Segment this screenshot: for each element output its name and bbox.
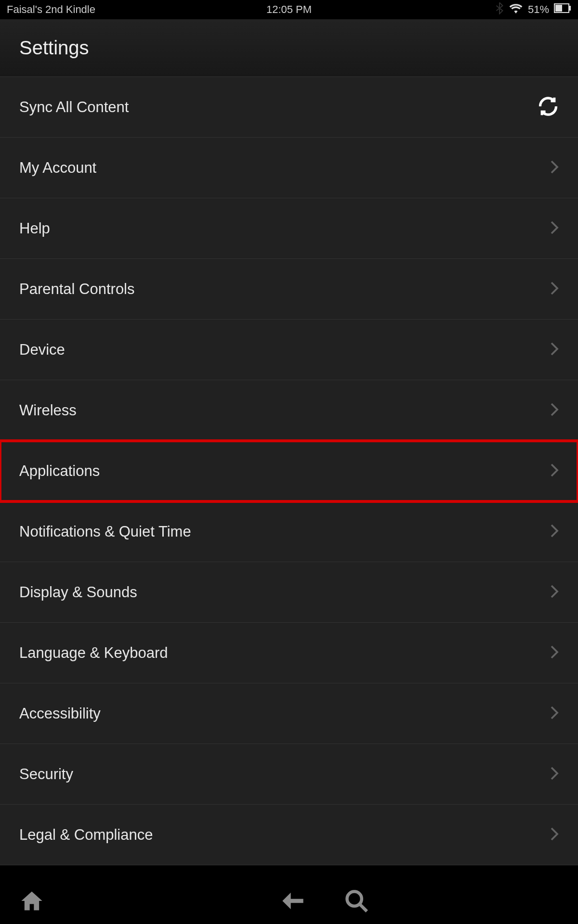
chevron-right-icon [550, 524, 559, 540]
chevron-right-icon [550, 402, 559, 419]
settings-item-label: Notifications & Quiet Time [19, 523, 191, 540]
settings-item-label: Help [19, 220, 50, 237]
chevron-right-icon [550, 827, 559, 843]
status-bar: Faisal's 2nd Kindle 12:05 PM 51% [0, 0, 578, 19]
settings-header: Settings [0, 19, 578, 77]
settings-item-label: Applications [19, 462, 100, 480]
settings-item-sync-all-content[interactable]: Sync All Content [0, 77, 578, 138]
settings-item-label: Security [19, 766, 73, 783]
settings-item-label: Wireless [19, 402, 77, 419]
search-button[interactable] [344, 888, 369, 915]
back-button[interactable] [280, 888, 305, 915]
settings-item-display-sounds[interactable]: Display & Sounds [0, 562, 578, 623]
settings-item-label: My Account [19, 159, 96, 177]
settings-item-label: Sync All Content [19, 99, 129, 116]
settings-item-my-account[interactable]: My Account [0, 138, 578, 198]
settings-item-label: Legal & Compliance [19, 826, 153, 844]
settings-item-language-keyboard[interactable]: Language & Keyboard [0, 623, 578, 683]
chevron-right-icon [550, 584, 559, 601]
settings-item-wireless[interactable]: Wireless [0, 380, 578, 441]
settings-item-label: Parental Controls [19, 281, 135, 298]
battery-icon [554, 3, 571, 16]
chevron-right-icon [550, 160, 559, 176]
chevron-right-icon [550, 766, 559, 783]
chevron-right-icon [550, 645, 559, 661]
svg-line-4 [360, 904, 367, 911]
settings-item-label: Device [19, 341, 65, 359]
clock-time: 12:05 PM [195, 3, 383, 16]
chevron-right-icon [550, 342, 559, 358]
settings-item-applications[interactable]: Applications [0, 441, 578, 501]
battery-percent: 51% [528, 3, 549, 16]
settings-item-help[interactable]: Help [0, 198, 578, 259]
sync-icon [538, 96, 559, 119]
device-name: Faisal's 2nd Kindle [7, 3, 195, 16]
settings-item-device[interactable]: Device [0, 320, 578, 380]
settings-item-parental-controls[interactable]: Parental Controls [0, 259, 578, 320]
settings-item-accessibility[interactable]: Accessibility [0, 683, 578, 744]
chevron-right-icon [550, 220, 559, 237]
svg-rect-2 [569, 6, 571, 11]
bluetooth-icon [495, 2, 504, 17]
settings-item-label: Accessibility [19, 705, 101, 722]
chevron-right-icon [550, 706, 559, 722]
chevron-right-icon [550, 281, 559, 297]
bottom-nav [0, 880, 578, 924]
settings-item-notifications-quiet-time[interactable]: Notifications & Quiet Time [0, 501, 578, 562]
svg-point-3 [347, 892, 362, 906]
svg-rect-1 [555, 5, 562, 12]
chevron-right-icon [550, 463, 559, 479]
settings-item-security[interactable]: Security [0, 744, 578, 805]
settings-item-label: Language & Keyboard [19, 644, 168, 662]
status-icons: 51% [383, 2, 571, 17]
page-title: Settings [19, 37, 89, 59]
settings-item-label: Display & Sounds [19, 584, 137, 601]
wifi-icon [509, 3, 523, 16]
settings-item-legal-compliance[interactable]: Legal & Compliance [0, 805, 578, 865]
home-button[interactable] [19, 888, 44, 915]
settings-list: Sync All ContentMy AccountHelpParental C… [0, 77, 578, 865]
